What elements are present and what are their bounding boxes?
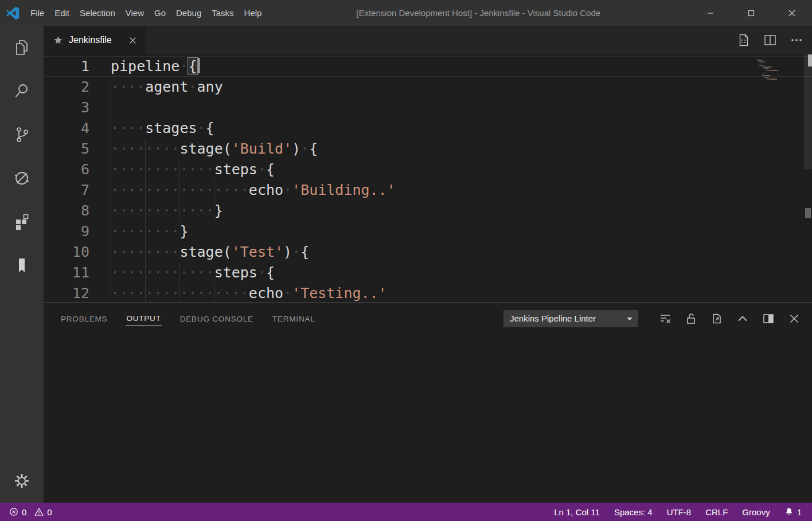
minimize-button[interactable] [690, 0, 731, 26]
text-cursor [198, 58, 200, 73]
close-icon [788, 10, 795, 17]
indent-guide [111, 242, 111, 263]
problems-status[interactable]: 0 0 [9, 507, 52, 517]
editor-scrollbar[interactable] [804, 54, 812, 302]
activity-bar [0, 26, 44, 503]
overview-ruler-cursor-marker [808, 54, 812, 66]
indent-guide [179, 201, 180, 221]
code-line-3[interactable]: 3 [44, 97, 812, 118]
code-token: echo [249, 182, 283, 198]
menu-tasks[interactable]: Tasks [206, 0, 239, 26]
line-number: 10 [44, 242, 89, 263]
more-actions-button[interactable] [790, 34, 803, 46]
status-bar: 0 0 Ln 1, Col 11Spaces: 4UTF-8CRLFGroovy… [0, 503, 812, 521]
code-line-1[interactable]: 1pipeline·{ [44, 56, 812, 77]
status-spaces-4[interactable]: Spaces: 4 [614, 507, 653, 517]
activity-item-explorer[interactable] [0, 26, 44, 69]
clear-output-button[interactable] [659, 312, 672, 325]
code-line-12[interactable]: 12················echo·'Testing..' [44, 283, 812, 302]
close-icon [788, 312, 801, 325]
menu-edit[interactable]: Edit [49, 0, 75, 26]
activity-item-debug[interactable] [0, 156, 44, 200]
chevron-up-icon [736, 312, 749, 325]
panel-tab-debug-console[interactable]: DEBUG CONSOLE [179, 311, 254, 326]
activity-item-source-control[interactable] [0, 113, 44, 156]
status-crlf[interactable]: CRLF [705, 507, 728, 517]
code-line-8[interactable]: 8············} [44, 201, 812, 221]
minimap[interactable] [757, 54, 804, 80]
menu-selection[interactable]: Selection [75, 0, 120, 26]
indent-guide [145, 180, 146, 201]
indent-guide [179, 159, 180, 180]
close-window-button[interactable] [771, 0, 812, 26]
ellipsis-icon [790, 34, 803, 46]
activity-item-bookmarks[interactable] [0, 244, 44, 287]
scrollbar-thumb[interactable] [804, 54, 812, 169]
error-count[interactable]: 0 [9, 507, 26, 517]
line-content: ········stage('Test')·{ [111, 242, 309, 263]
panel-tab-output[interactable]: OUTPUT [126, 311, 161, 326]
output-channel-dropdown[interactable]: Jenkins Pipeline Linter [503, 310, 638, 327]
tab-jenkinsfile[interactable]: Jenkinsfile [44, 26, 146, 54]
warning-count[interactable]: 0 [34, 507, 52, 517]
line-number: 7 [44, 180, 89, 201]
notifications-bell[interactable]: 1 [784, 507, 802, 517]
activity-item-search[interactable] [0, 69, 44, 113]
activity-item-extensions[interactable] [0, 200, 44, 244]
split-editor-button[interactable] [764, 34, 776, 46]
split-editor-icon [764, 34, 776, 46]
status-ln-1-col-11[interactable]: Ln 1, Col 11 [554, 507, 600, 517]
code-token: stage( [179, 140, 231, 157]
maximize-button[interactable] [731, 0, 771, 26]
indent-guide [145, 221, 146, 242]
indent-guide [111, 180, 111, 201]
extensions-icon [13, 213, 31, 231]
menu-go[interactable]: Go [149, 0, 171, 26]
open-log-button[interactable] [710, 312, 723, 325]
indent-guide [111, 201, 111, 221]
search-icon [13, 82, 31, 100]
line-number: 6 [44, 159, 89, 180]
code-area[interactable]: 1pipeline·{2····agent·any34····stages·{5… [44, 54, 812, 302]
code-line-5[interactable]: 5········stage('Build')·{ [44, 139, 812, 159]
tab-close-button[interactable] [127, 34, 139, 46]
panel-layout-button[interactable] [762, 312, 775, 325]
code-token: 'Testing..' [292, 285, 387, 301]
minimize-icon [707, 10, 714, 17]
code-token: ) [292, 140, 300, 157]
maximize-panel-button[interactable] [736, 312, 749, 325]
line-content: ················echo·'Building..' [111, 180, 396, 201]
menu-debug[interactable]: Debug [171, 0, 206, 26]
whitespace-dots: · [283, 182, 292, 198]
panel: PROBLEMSOUTPUTDEBUG CONSOLETERMINAL Jenk… [44, 302, 812, 503]
code-token: 'Build' [232, 140, 292, 157]
code-line-10[interactable]: 10········stage('Test')·{ [44, 242, 812, 263]
line-content: ········} [111, 221, 188, 242]
file-arrow-icon [710, 312, 723, 325]
code-line-2[interactable]: 2····agent·any [44, 77, 812, 97]
code-token: agent [145, 79, 188, 95]
code-token: any [197, 79, 223, 95]
code-line-9[interactable]: 9········} [44, 221, 812, 242]
menu-file[interactable]: File [25, 0, 49, 26]
status-groovy[interactable]: Groovy [742, 507, 770, 517]
code-line-6[interactable]: 6············steps·{ [44, 159, 812, 180]
whitespace-dots: ···· [111, 120, 145, 136]
code-line-4[interactable]: 4····stages·{ [44, 118, 812, 139]
status-utf-8[interactable]: UTF-8 [667, 507, 692, 517]
binary-document-button[interactable] [737, 34, 750, 46]
panel-tab-problems[interactable]: PROBLEMS [60, 311, 108, 326]
output-content[interactable] [44, 334, 812, 503]
code-token: pipeline [111, 58, 179, 75]
code-line-11[interactable]: 11············steps·{ [44, 263, 812, 283]
lock-scroll-button[interactable] [685, 312, 697, 325]
settings-button[interactable] [0, 459, 44, 503]
menu-help[interactable]: Help [239, 0, 267, 26]
code-token: { [188, 58, 197, 75]
close-panel-button[interactable] [788, 312, 801, 325]
indent-guide [111, 139, 111, 159]
code-line-7[interactable]: 7················echo·'Building..' [44, 180, 812, 201]
code-token: { [300, 244, 309, 260]
menu-view[interactable]: View [120, 0, 149, 26]
panel-tab-terminal[interactable]: TERMINAL [272, 311, 316, 326]
